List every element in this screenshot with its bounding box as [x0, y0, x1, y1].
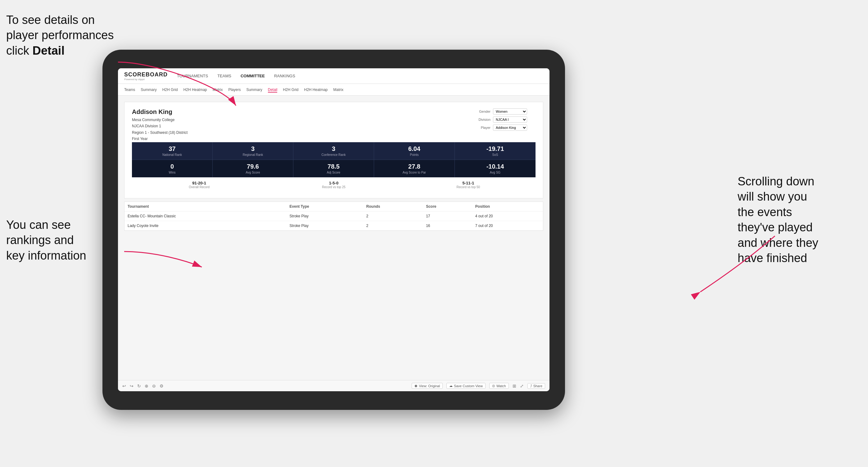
- record-top50: 5-11-1 Record vs top 50: [401, 181, 535, 189]
- cell-position-2: 7 out of 20: [472, 221, 543, 230]
- player-division: NJCAA Division 1: [132, 123, 187, 129]
- stat-value-regional-rank: 3: [215, 145, 290, 152]
- gender-row: Gender Women Men: [473, 108, 535, 115]
- tournament-table: Tournament Event Type Rounds Score Posit…: [124, 201, 543, 231]
- cell-rounds-1: 2: [363, 211, 423, 221]
- save-custom-view-label: Save Custom View: [454, 384, 483, 388]
- arrow-detail: [62, 56, 242, 118]
- share-button[interactable]: ⤴ Share: [527, 383, 545, 389]
- tab-h2h-grid2[interactable]: H2H Grid: [283, 87, 298, 93]
- arrow-rankings: [62, 236, 211, 286]
- arrow-events: [657, 211, 781, 304]
- col-event-type: Event Type: [286, 202, 363, 212]
- screen-icon[interactable]: ⊞: [513, 383, 516, 388]
- cell-score-2: 16: [423, 221, 472, 230]
- annotation-bl-1: You can see: [6, 218, 71, 231]
- stat-label-points: Points: [377, 153, 452, 156]
- watch-button[interactable]: ◎ Watch: [489, 383, 509, 389]
- stat-regional-rank: 3 Regional Rank: [213, 142, 293, 160]
- record-top25-value: 1-5-0: [266, 181, 401, 185]
- bottom-toolbar: ↩ ↪ ↻ ⊕ ⊖ ⚙ ◉ View: Original ☁ Save Cust…: [118, 380, 550, 391]
- save-icon: ☁: [449, 384, 453, 388]
- stat-points: 6.04 Points: [374, 142, 455, 160]
- stat-value-avg-sg: -10.14: [457, 163, 533, 170]
- tab-summary2[interactable]: Summary: [246, 87, 262, 93]
- tab-detail[interactable]: Detail: [268, 87, 278, 93]
- cell-position-1: 4 out of 20: [472, 211, 543, 221]
- stat-value-points: 6.04: [377, 145, 452, 152]
- stat-avg-score: 79.6 Avg Score: [213, 160, 293, 177]
- annotation-top-left: To see details on player performances cl…: [6, 12, 124, 58]
- cell-tournament-2: Lady Coyote Invite: [124, 221, 286, 230]
- settings-icon[interactable]: ⚙: [160, 383, 164, 388]
- table-row: Lady Coyote Invite Stroke Play 2 16 7 ou…: [124, 221, 543, 230]
- nav-rankings[interactable]: RANKINGS: [274, 73, 295, 79]
- col-score: Score: [423, 202, 472, 212]
- col-rounds: Rounds: [363, 202, 423, 212]
- stat-label-adj-score: Adj Score: [296, 171, 371, 174]
- redo-icon[interactable]: ↪: [130, 383, 133, 388]
- zoom-icon[interactable]: ⊕: [145, 383, 148, 388]
- player-label: Player: [473, 126, 491, 129]
- stats-row1: 37 National Rank 3 Regional Rank 3 Confe…: [132, 142, 535, 160]
- record-top25: 1-5-0 Record vs top 25: [266, 181, 401, 189]
- player-year: First Year: [132, 136, 187, 142]
- record-overall-value: 91-20-1: [132, 181, 266, 185]
- col-position: Position: [472, 202, 543, 212]
- division-select[interactable]: NJCAA I NJCAA II: [493, 117, 527, 123]
- annotation-bold: Detail: [32, 44, 64, 57]
- annotation-r-1: Scrolling down: [738, 175, 814, 188]
- stat-label-wins: Wins: [134, 171, 210, 174]
- gender-label: Gender: [473, 110, 491, 113]
- stat-label-avg-score-par: Avg Score to Par: [377, 171, 452, 174]
- records-row: 91-20-1 Overall Record 1-5-0 Record vs t…: [132, 177, 535, 192]
- cell-event-type-2: Stroke Play: [286, 221, 363, 230]
- expand-icon[interactable]: ⤢: [520, 383, 524, 388]
- undo-icon[interactable]: ↩: [122, 383, 126, 388]
- share-label: Share: [533, 384, 542, 388]
- share-icon: ⤴: [530, 384, 532, 388]
- stat-value-national-rank: 37: [134, 145, 210, 152]
- stat-wins: 0 Wins: [132, 160, 213, 177]
- stat-value-adj-score: 78.5: [296, 163, 371, 170]
- record-top50-label: Record vs top 50: [401, 185, 535, 189]
- stat-value-sos: -19.71: [457, 145, 533, 152]
- col-tournament: Tournament: [124, 202, 286, 212]
- stat-avg-score-par: 27.8 Avg Score to Par: [374, 160, 455, 177]
- cell-event-type-1: Stroke Play: [286, 211, 363, 221]
- stat-value-wins: 0: [134, 163, 210, 170]
- cell-rounds-2: 2: [363, 221, 423, 230]
- watch-label: Watch: [496, 384, 506, 388]
- player-row: Player Addison King: [473, 125, 535, 131]
- stat-label-regional-rank: Regional Rank: [215, 153, 290, 156]
- tab-h2h-heatmap2[interactable]: H2H Heatmap: [304, 87, 328, 93]
- cell-score-1: 17: [423, 211, 472, 221]
- stats-row2: 0 Wins 79.6 Avg Score 78.5 Adj Score 27.…: [132, 160, 535, 177]
- annotation-r-2: will show you: [738, 190, 807, 203]
- table-row: Estella CC- Mountain Classic Stroke Play…: [124, 211, 543, 221]
- view-original-label: View: Original: [419, 384, 440, 388]
- record-top50-value: 5-11-1: [401, 181, 535, 185]
- nav-committee[interactable]: COMMITTEE: [241, 73, 265, 79]
- view-original-button[interactable]: ◉ View: Original: [412, 383, 443, 389]
- gender-select[interactable]: Women Men: [493, 108, 527, 115]
- refresh-icon[interactable]: ↻: [137, 383, 141, 388]
- player-select[interactable]: Addison King: [493, 125, 527, 131]
- stat-label-avg-sg: Avg SG: [457, 171, 533, 174]
- cell-tournament-1: Estella CC- Mountain Classic: [124, 211, 286, 221]
- player-region: Region 1 - Southwest (18) District: [132, 129, 187, 136]
- tab-matrix2[interactable]: Matrix: [333, 87, 344, 93]
- stat-label-sos: SoS: [457, 153, 533, 156]
- player-selectors: Gender Women Men Division NJCAA I NJCAA …: [473, 108, 535, 131]
- stat-value-avg-score: 79.6: [215, 163, 290, 170]
- stat-label-conference-rank: Conference Rank: [296, 153, 371, 156]
- save-custom-view-button[interactable]: ☁ Save Custom View: [446, 383, 486, 389]
- stat-value-avg-score-par: 27.8: [377, 163, 452, 170]
- stat-national-rank: 37 National Rank: [132, 142, 213, 160]
- view-icon: ◉: [414, 384, 417, 388]
- record-overall-label: Overall Record: [132, 185, 266, 189]
- stat-avg-sg: -10.14 Avg SG: [455, 160, 535, 177]
- zoom-out-icon[interactable]: ⊖: [152, 383, 156, 388]
- stat-value-conference-rank: 3: [296, 145, 371, 152]
- record-top25-label: Record vs top 25: [266, 185, 401, 189]
